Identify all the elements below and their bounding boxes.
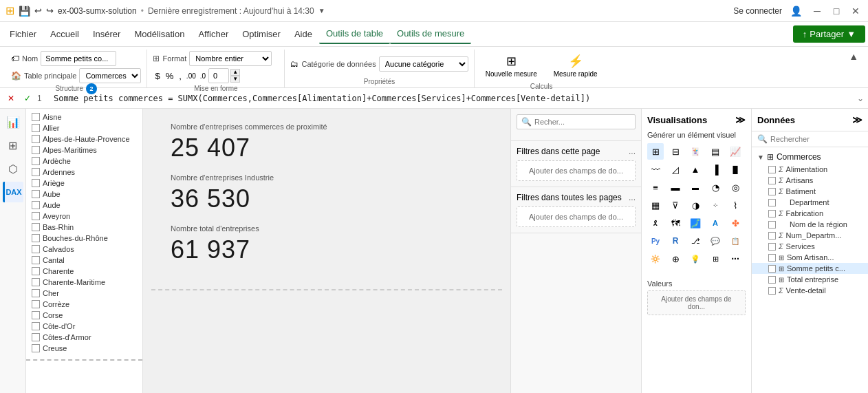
menu-outils-table[interactable]: Outils de table <box>319 24 390 44</box>
field-item[interactable]: Côte-d'Or <box>26 321 142 332</box>
field-item[interactable]: Charente <box>26 266 142 277</box>
viz-shape-icon[interactable]: 🗾 <box>687 215 704 231</box>
field-checkbox[interactable] <box>32 201 40 209</box>
data-item-checkbox[interactable] <box>768 265 776 273</box>
viz-kpi-icon[interactable]: 📈 <box>727 143 744 160</box>
field-item[interactable]: Bas-Rhin <box>26 222 142 233</box>
formula-expand-icon[interactable]: ⌄ <box>854 94 864 103</box>
data-item-checkbox[interactable] <box>768 243 776 251</box>
field-checkbox[interactable] <box>32 113 40 121</box>
viz-ai-icon[interactable]: ✤ <box>727 215 744 231</box>
viz-donut-icon[interactable]: ◎ <box>727 179 744 195</box>
data-expand-icon[interactable]: ≫ <box>852 114 862 125</box>
viz-stacked-col-icon[interactable]: ▬ <box>667 179 684 195</box>
field-checkbox[interactable] <box>32 168 40 176</box>
data-search-box[interactable]: 🔍 <box>752 131 868 147</box>
field-item[interactable]: Aveyron <box>26 211 142 222</box>
maximize-button[interactable]: □ <box>829 4 843 18</box>
field-checkbox[interactable] <box>32 322 40 330</box>
formula-input[interactable] <box>54 94 851 103</box>
undo-icon[interactable]: ↩ <box>34 6 42 16</box>
viz-slicer-icon[interactable]: A <box>707 215 724 231</box>
field-checkbox[interactable] <box>32 245 40 253</box>
field-item[interactable]: Corse <box>26 310 142 321</box>
viz-scatter-icon[interactable]: ⁘ <box>707 197 724 213</box>
table-select[interactable]: Commerces <box>79 68 141 83</box>
connect-label[interactable]: Se connecter <box>733 6 782 16</box>
user-icon[interactable]: 👤 <box>790 6 802 17</box>
all-filter-drop[interactable]: Ajouter des champs de do... <box>517 206 636 227</box>
new-measure-button[interactable]: ⊞ Nouvelle mesure <box>480 51 543 81</box>
data-item-checkbox[interactable] <box>768 232 776 240</box>
field-item[interactable]: Cantal <box>26 255 142 266</box>
menu-inserer[interactable]: Insérer <box>86 25 127 43</box>
field-item[interactable]: Alpes-de-Haute-Provence <box>26 134 142 145</box>
viz-line-icon[interactable]: 〰 <box>647 161 664 178</box>
viz-multirow-icon[interactable]: ▤ <box>707 143 724 160</box>
model-view-icon[interactable]: ⬡ <box>3 158 23 179</box>
viz-stacked-area-icon[interactable]: ▲ <box>687 161 704 178</box>
viz-paginated-icon[interactable]: 📋 <box>727 233 744 249</box>
viz-funnel-icon[interactable]: ⊽ <box>667 197 684 213</box>
category-select[interactable]: Aucune catégorie <box>379 56 468 72</box>
viz-py-icon[interactable]: Py <box>647 233 664 249</box>
field-item[interactable]: Aisne <box>26 111 142 123</box>
viz-narr-icon[interactable]: 💡 <box>687 251 704 267</box>
menu-aide[interactable]: Aide <box>287 25 319 43</box>
field-item[interactable]: Corrèze <box>26 299 142 310</box>
data-item[interactable]: Σ Batiment <box>752 186 868 197</box>
viz-decomp-icon[interactable]: ⎇ <box>687 233 704 249</box>
data-item[interactable]: ⊞ Som Artisan... <box>752 252 868 263</box>
minimize-button[interactable]: ─ <box>810 4 824 18</box>
dec-down-btn[interactable]: .00 <box>185 72 197 80</box>
data-item-checkbox[interactable] <box>768 177 776 184</box>
viz-area-icon[interactable]: ◿ <box>667 161 684 178</box>
data-item-checkbox[interactable] <box>768 254 776 262</box>
spin-up[interactable]: ▲ <box>230 69 240 76</box>
data-item-checkbox[interactable] <box>768 166 776 173</box>
viz-pie-icon[interactable]: ◔ <box>707 179 724 195</box>
ribbon-collapse-button[interactable]: ▲ <box>845 50 862 87</box>
data-item[interactable]: Σ Vente-detail <box>752 285 868 296</box>
field-checkbox[interactable] <box>32 300 40 308</box>
menu-accueil[interactable]: Accueil <box>43 25 86 43</box>
data-item-checkbox[interactable] <box>768 221 776 229</box>
number-input[interactable] <box>208 68 229 83</box>
viz-map-icon[interactable]: 🗺 <box>667 215 684 231</box>
data-item-checkbox[interactable] <box>768 188 776 195</box>
field-item[interactable]: Aube <box>26 189 142 200</box>
viz-custom-icon[interactable]: ⊕ <box>667 251 684 267</box>
filter-search-box[interactable]: 🔍 <box>517 114 636 129</box>
field-item[interactable]: Bouches-du-Rhône <box>26 233 142 244</box>
redo-icon[interactable]: ↪ <box>46 6 54 16</box>
viz-expand-icon[interactable]: ≫ <box>735 114 746 125</box>
field-item[interactable]: Côtes-d'Armor <box>26 332 142 343</box>
data-item-checkbox[interactable] <box>768 199 776 206</box>
data-item[interactable]: Nom de la région <box>752 219 868 230</box>
filter-search-input[interactable] <box>534 118 631 126</box>
data-item[interactable]: ⊞ Somme petits c... <box>752 263 868 274</box>
viz-gauge-icon[interactable]: ◑ <box>687 197 704 213</box>
field-checkbox[interactable] <box>32 311 40 319</box>
page-filter-dots[interactable]: ... <box>629 147 636 156</box>
menu-modelisation[interactable]: Modélisation <box>127 25 191 43</box>
table-view-icon[interactable]: ⊞ <box>3 135 23 156</box>
data-item[interactable]: Department <box>752 197 868 208</box>
field-checkbox[interactable] <box>32 289 40 297</box>
field-item[interactable]: Calvados <box>26 244 142 255</box>
field-item[interactable]: Aude <box>26 200 142 211</box>
viz-builtin-icon[interactable]: ⊞ <box>707 251 724 267</box>
page-filter-drop[interactable]: Ajouter des champs de do... <box>517 160 636 181</box>
data-search-input[interactable] <box>770 135 862 143</box>
dax-view-icon[interactable]: DAX <box>3 182 23 202</box>
commerces-group-header[interactable]: ▼ ⊞ Commerces <box>752 150 868 164</box>
save-icon[interactable]: 💾 <box>19 6 30 17</box>
viz-100bar-icon[interactable]: █ <box>727 161 744 178</box>
field-item[interactable]: Ardèche <box>26 156 142 167</box>
quick-measure-button[interactable]: ⚡ Mesure rapide <box>548 51 603 81</box>
field-checkbox[interactable] <box>32 344 40 352</box>
share-button[interactable]: ↑ Partager ▼ <box>793 25 865 43</box>
close-button[interactable]: ✕ <box>849 4 862 18</box>
menu-outils-mesure[interactable]: Outils de mesure <box>390 24 471 44</box>
field-checkbox[interactable] <box>32 234 40 242</box>
